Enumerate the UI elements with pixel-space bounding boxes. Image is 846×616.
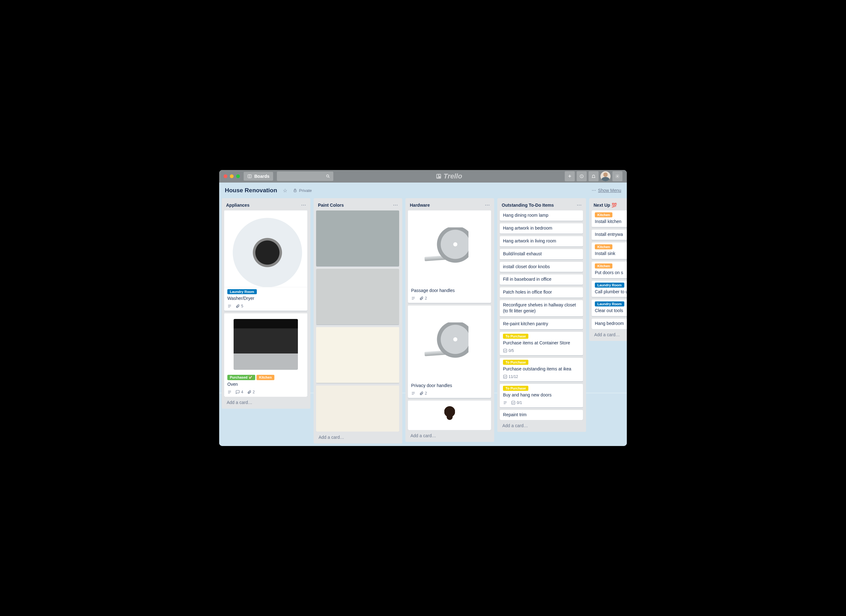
svg-rect-11 — [294, 190, 296, 192]
card-label[interactable]: Kitchen — [257, 375, 274, 380]
add-card-button[interactable]: Add a card… — [500, 420, 583, 432]
star-board-button[interactable]: ☆ — [283, 188, 287, 194]
card[interactable]: KitchenPut doors on s — [592, 262, 627, 278]
card-title: Put doors on s — [595, 270, 627, 276]
card-title: Install sink — [595, 251, 627, 257]
list: Next Up 💯⋯KitchenInstall kitchenInstall … — [589, 198, 627, 341]
list-menu-button[interactable]: ⋯ — [485, 202, 490, 208]
card[interactable]: Patch holes in office floor — [500, 287, 583, 298]
settings-button[interactable] — [612, 171, 623, 181]
card[interactable]: Hang artwork in living room — [500, 236, 583, 247]
notifications-button[interactable] — [589, 171, 599, 181]
card-title: Fill in baseboard in office — [503, 276, 580, 282]
description-badge — [503, 400, 507, 405]
card[interactable]: To PurchaseBuy and hang new doors 0/1 — [500, 384, 583, 407]
minimize-window-icon[interactable] — [230, 174, 234, 178]
card-list: KitchenInstall kitchenInstall entrywaKit… — [592, 210, 627, 329]
svg-rect-33 — [504, 349, 507, 353]
card[interactable]: Ceiling 2 — [316, 327, 399, 383]
card-label[interactable]: To Purchase — [503, 334, 528, 339]
card[interactable]: Hang artwork in bedroom — [500, 223, 583, 234]
card[interactable]: Privacy door handles 2 — [408, 306, 491, 398]
list: Appliances⋯Laundry RoomWasher/Dryer 5Pur… — [222, 198, 310, 409]
card[interactable]: Repaint trim — [500, 410, 583, 420]
add-card-button[interactable]: Add a card… — [408, 430, 492, 442]
card-title: Hang dining room lamp — [503, 212, 580, 218]
card[interactable]: Re-paint kitchen pantry — [500, 319, 583, 329]
card[interactable]: Fill in baseboard in office — [500, 275, 583, 285]
attachment-badge: 2 — [419, 391, 427, 395]
svg-point-10 — [617, 176, 618, 177]
description-badge — [227, 390, 232, 394]
titlebar: Boards Trello + — [219, 170, 627, 182]
card-title: Re-paint kitchen pantry — [503, 321, 580, 327]
card[interactable]: To PurchasePurchase items at Container S… — [500, 332, 583, 355]
search-input[interactable] — [277, 172, 333, 181]
card-list: Passage door handles 2Privacy door handl… — [408, 210, 492, 430]
card[interactable]: Reconfigure shelves in hallway closet (t… — [500, 300, 583, 316]
show-menu-button[interactable]: ⋯ Show Menu — [592, 188, 621, 193]
card-title: Purchase outstanding items at ikea — [503, 366, 580, 372]
board-canvas[interactable]: Appliances⋯Laundry RoomWasher/Dryer 5Pur… — [219, 198, 627, 446]
card[interactable]: Build/install exhaust — [500, 249, 583, 259]
card-cover-color — [316, 210, 399, 266]
card[interactable]: KitchenInstall sink — [592, 243, 627, 259]
create-button[interactable]: + — [565, 171, 575, 181]
search-icon — [326, 174, 330, 178]
card-label[interactable]: Purchased ✅ — [227, 375, 255, 380]
list-title[interactable]: Outstanding To-Do Items — [502, 203, 577, 207]
close-window-icon[interactable] — [223, 174, 227, 178]
list-title[interactable]: Next Up 💯 — [593, 203, 627, 207]
card[interactable]: Hang dining room lamp — [500, 210, 583, 221]
list-menu-button[interactable]: ⋯ — [301, 202, 306, 208]
fullscreen-window-icon[interactable] — [236, 174, 240, 178]
user-avatar[interactable] — [601, 171, 611, 181]
checklist-badge: 0/1 — [511, 400, 522, 405]
card-badges: 5 — [224, 302, 307, 309]
card[interactable]: Passage door handles 2 — [408, 210, 491, 303]
card-label[interactable]: Kitchen — [595, 212, 612, 218]
card-label[interactable]: Kitchen — [595, 244, 612, 249]
card[interactable]: Laundry RoomWasher/Dryer 5 — [224, 210, 307, 311]
list-menu-button[interactable]: ⋯ — [393, 202, 398, 208]
board-title[interactable]: House Renovation — [225, 187, 277, 194]
card-label[interactable]: Laundry Room — [595, 301, 624, 306]
card-title: Repaint trim — [503, 412, 580, 418]
card[interactable]: KitchenInstall kitchen — [592, 210, 627, 227]
lock-icon — [293, 188, 297, 193]
card-label[interactable]: Laundry Room — [595, 282, 624, 288]
list-title[interactable]: Paint Colors — [318, 203, 393, 207]
card-labels: Laundry Room — [595, 282, 627, 288]
card[interactable]: Purchased ✅KitchenOven 4 2 — [224, 313, 307, 397]
card-label[interactable]: Laundry Room — [227, 289, 257, 294]
card[interactable]: Laundry RoomClear out tools — [592, 300, 627, 316]
add-card-button[interactable]: Add a card… — [224, 397, 308, 409]
card[interactable] — [316, 385, 399, 432]
boards-button[interactable]: Boards — [244, 172, 273, 181]
list-title[interactable]: Hardware — [410, 203, 485, 207]
card-label[interactable]: Kitchen — [595, 263, 612, 269]
list-title[interactable]: Appliances — [226, 203, 301, 207]
card-labels: Laundry Room — [227, 289, 304, 294]
add-card-button[interactable]: Add a card… — [592, 329, 627, 341]
card[interactable]: To PurchasePurchase outstanding items at… — [500, 358, 583, 381]
card[interactable]: Laundry RoomCall plumber to ups — [592, 281, 627, 297]
card[interactable]: Hang bedroom — [592, 319, 627, 329]
card[interactable]: install closet door knobs — [500, 262, 583, 272]
card-title: Hang bedroom — [595, 320, 627, 326]
card[interactable]: Install entrywa — [592, 229, 627, 240]
card-label[interactable]: To Purchase — [503, 386, 528, 391]
add-card-button[interactable]: Add a card… — [316, 432, 400, 444]
card[interactable] — [408, 400, 491, 430]
description-badge — [411, 296, 416, 300]
list-menu-button[interactable]: ⋯ — [577, 202, 582, 208]
svg-point-2 — [327, 175, 329, 177]
description-badge — [227, 304, 232, 308]
trello-glyph-icon — [436, 173, 442, 179]
info-button[interactable] — [577, 171, 587, 181]
card[interactable]: Entry & Hallway 2 — [316, 269, 399, 325]
board-privacy[interactable]: Private — [293, 188, 312, 193]
header-right: + — [565, 171, 623, 181]
card[interactable]: Office and Bedroom 2 — [316, 210, 399, 266]
card-label[interactable]: To Purchase — [503, 360, 528, 365]
